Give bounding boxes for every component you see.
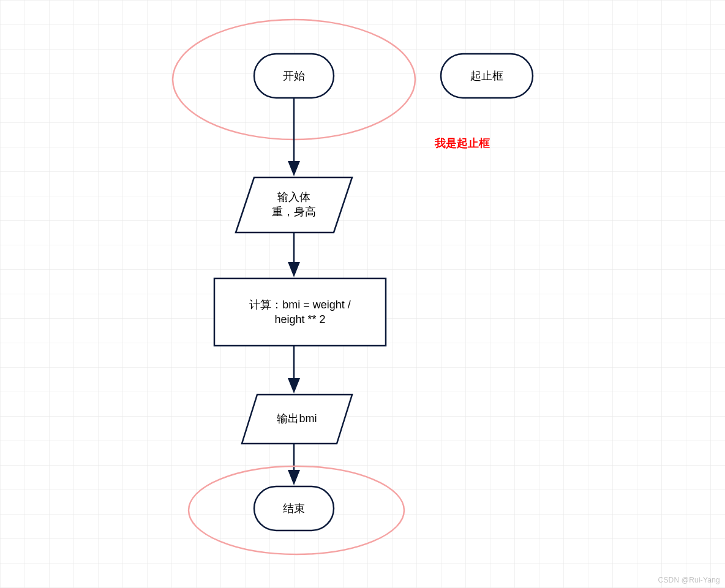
annotation-text: 我是起止框 <box>435 136 533 151</box>
flowchart-svg <box>0 0 725 588</box>
watermark: CSDN @Rui-Yang <box>658 576 720 584</box>
legend-terminal-label: 起止框 <box>441 69 533 83</box>
diagram-canvas: 开始 起止框 我是起止框 输入体 重，身高 计算：bmi = weight / … <box>0 0 725 588</box>
input-label: 输入体 重，身高 <box>245 190 343 220</box>
output-label: 输出bmi <box>248 411 346 426</box>
start-label: 开始 <box>254 69 334 83</box>
end-label: 结束 <box>254 501 334 516</box>
process-label: 计算：bmi = weight / height ** 2 <box>214 297 386 327</box>
